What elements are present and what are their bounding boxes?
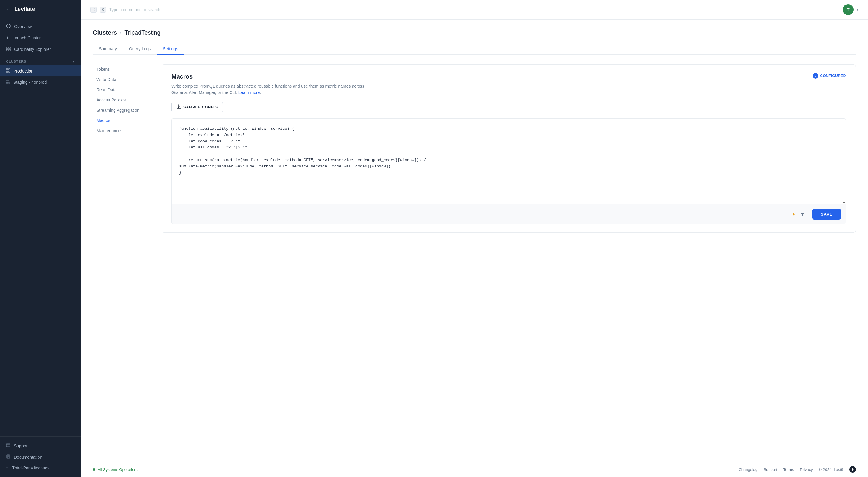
licenses-icon: ≡ bbox=[6, 466, 8, 470]
sidebar-item-label: Third-Party licenses bbox=[12, 466, 50, 470]
macros-panel: Macros Write complex PromQL queries as a… bbox=[161, 64, 856, 233]
company-logo: 9 bbox=[849, 466, 856, 473]
settings-nav-access-policies[interactable]: Access Policies bbox=[93, 95, 147, 105]
sidebar-item-documentation[interactable]: Documentation bbox=[0, 451, 81, 463]
cluster-name: Staging - nonprod bbox=[13, 80, 47, 84]
sidebar-item-label: Overview bbox=[14, 24, 32, 29]
avatar[interactable]: T bbox=[843, 4, 854, 15]
configured-label: CONFIGURED bbox=[820, 74, 846, 78]
arrow-indicator bbox=[769, 214, 793, 214]
svg-rect-4 bbox=[9, 49, 10, 51]
macros-desc-text: Write complex PromQL queries as abstract… bbox=[172, 84, 364, 95]
search-placeholder: Type a command or search... bbox=[109, 7, 164, 12]
sidebar-bottom: Support Documentation ≡ Third-Party lice… bbox=[0, 436, 81, 477]
settings-nav-streaming-aggregation[interactable]: Streaming Aggregation bbox=[93, 105, 147, 115]
settings-layout: Tokens Write Data Read Data Access Polic… bbox=[93, 64, 856, 233]
save-button[interactable]: SAVE bbox=[812, 209, 841, 219]
svg-rect-13 bbox=[6, 444, 10, 447]
changelog-link[interactable]: Changelog bbox=[738, 467, 757, 472]
macros-title-area: Macros Write complex PromQL queries as a… bbox=[172, 73, 376, 96]
copyright-text: © 2024, Last9 bbox=[819, 467, 843, 472]
sample-config-button[interactable]: SAMPLE CONFIG bbox=[172, 102, 223, 112]
sample-config-label: SAMPLE CONFIG bbox=[183, 105, 218, 109]
code-textarea[interactable]: function availability (metric, window, s… bbox=[172, 118, 846, 203]
grid-icon bbox=[6, 79, 10, 84]
editor-footer: 🗑 SAVE bbox=[172, 204, 846, 224]
terms-link[interactable]: Terms bbox=[783, 467, 794, 472]
settings-nav-write-data[interactable]: Write Data bbox=[93, 75, 147, 84]
back-icon[interactable]: ← bbox=[6, 6, 11, 12]
cardinality-icon bbox=[6, 47, 10, 52]
documentation-icon bbox=[6, 454, 10, 459]
clusters-label: CLUSTERS bbox=[6, 60, 26, 63]
svg-rect-9 bbox=[6, 80, 7, 81]
breadcrumb-clusters[interactable]: Clusters bbox=[93, 29, 117, 36]
sidebar-navigation: Overview + Launch Cluster Cardinality Ex… bbox=[0, 19, 81, 436]
support-link[interactable]: Support bbox=[764, 467, 777, 472]
sidebar-item-label: Documentation bbox=[14, 455, 42, 459]
plus-icon: + bbox=[6, 35, 9, 41]
settings-nav-tokens[interactable]: Tokens bbox=[93, 64, 147, 74]
settings-nav-read-data[interactable]: Read Data bbox=[93, 85, 147, 95]
chevron-icon: ▾ bbox=[73, 59, 75, 64]
macros-title: Macros bbox=[172, 73, 376, 80]
page-footer: All Systems Operational Changelog Suppor… bbox=[81, 462, 868, 477]
svg-rect-6 bbox=[9, 69, 10, 70]
configured-check-icon: ✓ bbox=[813, 73, 818, 78]
svg-rect-2 bbox=[9, 47, 10, 48]
main-content: ⌘ K Type a command or search... T ▾ Clus… bbox=[81, 0, 868, 477]
learn-more-link[interactable]: Learn more bbox=[239, 90, 260, 95]
svg-rect-12 bbox=[9, 82, 10, 83]
grid-icon bbox=[6, 68, 10, 73]
delete-button[interactable]: 🗑 bbox=[798, 210, 807, 218]
shortcut-key: K bbox=[100, 7, 106, 13]
sidebar-item-support[interactable]: Support bbox=[0, 440, 81, 451]
topbar-right: T ▾ bbox=[843, 4, 858, 15]
search-bar[interactable]: ⌘ K Type a command or search... bbox=[90, 7, 164, 13]
sidebar-item-label: Support bbox=[14, 444, 29, 448]
app-title: Levitate bbox=[14, 6, 35, 12]
status-text: All Systems Operational bbox=[98, 467, 140, 472]
shortcut-modifier: ⌘ bbox=[90, 7, 97, 13]
svg-rect-3 bbox=[6, 49, 8, 51]
macros-header: Macros Write complex PromQL queries as a… bbox=[172, 73, 846, 96]
status-indicator: All Systems Operational bbox=[93, 467, 140, 472]
code-editor: function availability (metric, window, s… bbox=[172, 118, 846, 224]
settings-nav-maintenance[interactable]: Maintenance bbox=[93, 126, 147, 136]
svg-rect-11 bbox=[6, 82, 7, 83]
settings-nav-macros[interactable]: Macros bbox=[93, 116, 147, 125]
sidebar-item-staging-nonprod[interactable]: Staging - nonprod bbox=[0, 76, 81, 88]
breadcrumb: Clusters › TripadTesting bbox=[93, 29, 856, 36]
status-dot bbox=[93, 468, 95, 471]
tabs: Summary Query Logs Settings bbox=[93, 43, 856, 55]
macros-description: Write complex PromQL queries as abstract… bbox=[172, 83, 376, 96]
tab-query-logs[interactable]: Query Logs bbox=[123, 43, 157, 55]
sidebar-item-overview[interactable]: Overview bbox=[0, 21, 81, 32]
chevron-down-icon[interactable]: ▾ bbox=[857, 7, 858, 12]
sidebar-item-cardinality-explorer[interactable]: Cardinality Explorer bbox=[0, 44, 81, 55]
sidebar-header: ← Levitate bbox=[0, 0, 81, 19]
configured-badge: ✓ CONFIGURED bbox=[813, 73, 846, 78]
svg-rect-7 bbox=[6, 71, 7, 72]
download-icon bbox=[177, 104, 181, 110]
sidebar-item-label: Launch Cluster bbox=[12, 36, 41, 40]
sidebar-item-third-party-licenses[interactable]: ≡ Third-Party licenses bbox=[0, 463, 81, 473]
sidebar-item-launch-cluster[interactable]: + Launch Cluster bbox=[0, 32, 81, 44]
tab-settings[interactable]: Settings bbox=[157, 43, 184, 55]
tab-summary[interactable]: Summary bbox=[93, 43, 123, 55]
sidebar-item-production[interactable]: Production bbox=[0, 65, 81, 76]
support-icon bbox=[6, 443, 10, 448]
trash-icon: 🗑 bbox=[800, 211, 805, 216]
svg-rect-1 bbox=[6, 47, 8, 48]
topbar: ⌘ K Type a command or search... T ▾ bbox=[81, 0, 868, 20]
sidebar-item-label: Cardinality Explorer bbox=[14, 47, 51, 52]
page-content: Clusters › TripadTesting Summary Query L… bbox=[81, 20, 868, 462]
breadcrumb-separator: › bbox=[120, 30, 121, 36]
svg-rect-10 bbox=[9, 80, 10, 81]
breadcrumb-current: TripadTesting bbox=[124, 29, 160, 36]
svg-point-0 bbox=[6, 24, 10, 28]
footer-links: Changelog Support Terms Privacy © 2024, … bbox=[738, 466, 856, 473]
cluster-name: Production bbox=[13, 69, 33, 73]
sidebar: ← Levitate Overview + Launch Cluster Car… bbox=[0, 0, 81, 477]
privacy-link[interactable]: Privacy bbox=[800, 467, 813, 472]
